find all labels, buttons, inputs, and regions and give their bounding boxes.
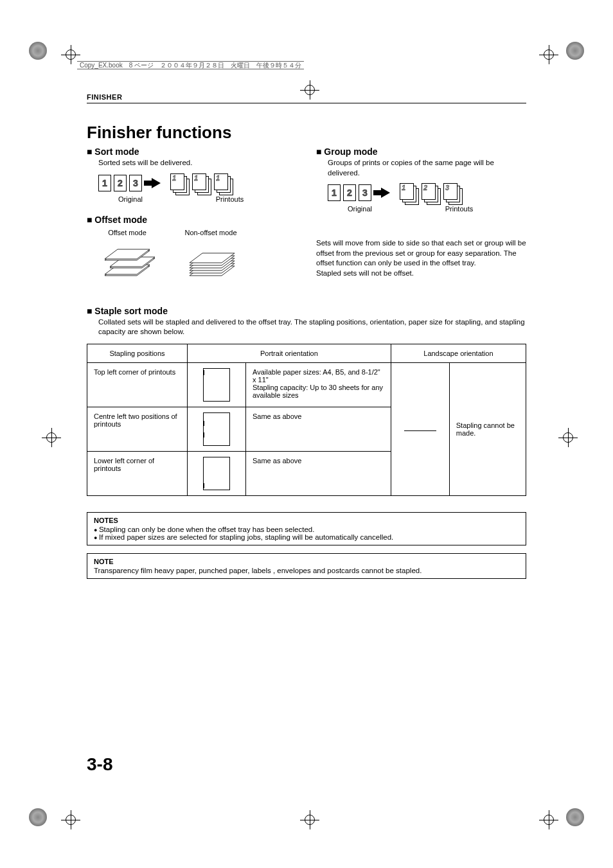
registration-mark-icon: [300, 80, 313, 93]
registration-mark-icon: [558, 428, 571, 441]
group-mode-heading: Group mode: [316, 146, 526, 157]
printouts-label: Printouts: [392, 205, 526, 213]
printouts-label: Printouts: [163, 195, 297, 203]
printout-set-icon: 321: [170, 173, 188, 193]
staple-diagram-icon: [203, 457, 230, 490]
th-landscape: Landscape orientation: [391, 344, 526, 362]
staple-landscape-text: Stapling cannot be made.: [449, 362, 526, 495]
note-box: NOTE Transparency film heavy paper, punc…: [87, 553, 526, 579]
notes-box: NOTES Stapling can only be done when the…: [87, 512, 526, 545]
registration-mark-icon: [300, 810, 313, 823]
nonoffset-tray-icon: [182, 240, 240, 287]
original-page-icon: 2: [343, 184, 356, 201]
divider: [87, 103, 526, 103]
offset-tray-icon: [98, 240, 156, 287]
original-page-icon: 3: [359, 184, 371, 201]
original-page-icon: 1: [328, 184, 341, 201]
sort-mode-desc: Sorted sets will be delivered.: [98, 158, 297, 168]
printout-group-icon: 111: [400, 183, 418, 202]
registration-mark-icon: [539, 810, 552, 823]
original-label: Original: [98, 195, 163, 203]
arrow-right-icon: [381, 188, 390, 198]
staple-portrait-text: Available paper sizes: A4, B5, and 8-1/2…: [246, 362, 391, 407]
staple-portrait-text: Same as above: [246, 407, 391, 451]
group-mode-desc: Groups of prints or copies of the same p…: [328, 158, 526, 178]
arrow-right-icon: [152, 178, 161, 188]
staple-table: Stapling positions Portrait orientation …: [87, 344, 526, 496]
printout-set-icon: 321: [192, 173, 210, 193]
offset-mode-heading: Offset mode: [87, 215, 297, 225]
original-label: Original: [328, 205, 392, 213]
note-line: Stapling can only be done when the offse…: [94, 526, 519, 533]
note-line: If mixed paper sizes are selected for st…: [94, 533, 519, 541]
registration-mark-icon: [61, 45, 74, 58]
staple-pos-cell: Top left corner of printouts: [87, 362, 188, 407]
staple-sort-intro: Collated sets will be stapled and delive…: [98, 317, 526, 337]
staple-portrait-text: Same as above: [246, 451, 391, 495]
notes-title: NOTES: [94, 517, 519, 524]
page-title: Finisher functions: [87, 123, 526, 143]
print-corner-circle: [566, 42, 584, 60]
staple-diagram-icon: [203, 412, 230, 446]
note-title: NOTE: [94, 558, 519, 565]
original-page-icon: 1: [98, 175, 111, 191]
page-number: 3-8: [87, 754, 112, 775]
print-corner-circle: [29, 808, 47, 826]
th-portrait: Portrait orientation: [188, 344, 391, 362]
registration-mark-icon: [539, 45, 552, 58]
landscape-diagram-icon: [404, 427, 436, 431]
sort-diagram: 1 2 3 321 321 321: [98, 173, 297, 193]
print-corner-circle: [566, 808, 584, 826]
staple-pos-cell: Centre left two positions of printouts: [87, 407, 188, 451]
original-page-icon: 3: [129, 175, 142, 191]
offset-mode-label: Offset mode: [98, 229, 156, 236]
staple-sort-heading: Staple sort mode: [87, 306, 526, 316]
th-positions: Stapling positions: [87, 344, 188, 362]
registration-mark-icon: [42, 428, 55, 441]
print-corner-circle: [29, 42, 47, 60]
printout-group-icon: 222: [422, 183, 440, 202]
page-content: FINISHER Finisher functions Sort mode So…: [87, 93, 526, 579]
non-offset-mode-label: Non-offset mode: [182, 229, 240, 236]
offset-description: Sets will move from side to side so that…: [316, 238, 526, 278]
source-file-info: Copy_EX.book 8 ページ ２００４年９月２８日 火曜日 午後９時５４…: [77, 61, 304, 69]
group-diagram: 1 2 3 111 222 333: [328, 183, 526, 202]
note-line: Transparency film heavy paper, punched p…: [94, 567, 519, 574]
section-header: FINISHER: [87, 93, 526, 101]
printout-group-icon: 333: [443, 183, 461, 202]
printout-set-icon: 321: [214, 173, 232, 193]
registration-mark-icon: [61, 810, 74, 823]
staple-pos-cell: Lower left corner of printouts: [87, 451, 188, 495]
original-page-icon: 2: [114, 175, 127, 191]
staple-diagram-icon: [203, 368, 230, 402]
sort-mode-heading: Sort mode: [87, 146, 297, 157]
